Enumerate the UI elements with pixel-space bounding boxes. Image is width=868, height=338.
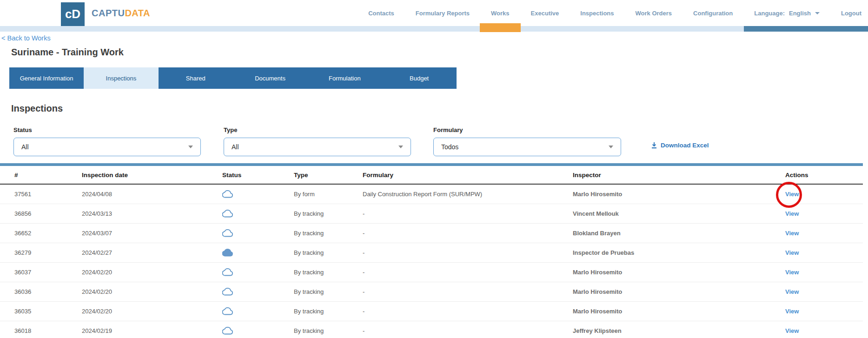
cell-formulary: - [363, 282, 573, 301]
cloud-filled-icon [222, 248, 233, 257]
cell-actions: View [785, 282, 863, 301]
cloud-outline-icon [222, 287, 233, 296]
cloud-outline-icon [222, 307, 233, 315]
inspections-table-body: 375612024/04/08By formDaily Construction… [0, 184, 863, 338]
nav-item-configuration[interactable]: Configuration [693, 10, 733, 17]
cell-inspector: Marlo Hirosemito [573, 282, 785, 301]
cell-inspector: Inspector de Pruebas [573, 243, 785, 262]
cell-inspector: Vincent Mellouk [573, 204, 785, 223]
cell-inspector: Marlo Hirosemito [573, 301, 785, 321]
cell-formulary: Daily Construction Report Form (SUR/MPW) [363, 184, 573, 204]
cell-inspection-id: 36652 [0, 223, 82, 243]
col-header-inspection-date: Inspection date [82, 166, 222, 184]
cell-status [222, 262, 294, 282]
view-link[interactable]: View [785, 210, 799, 217]
download-icon [651, 142, 657, 149]
nav-item-work-orders[interactable]: Work Orders [636, 10, 672, 17]
table-row: 368562024/03/13By tracking-Vincent Mello… [0, 204, 863, 223]
cell-inspection-id: 36018 [0, 321, 82, 338]
brand-name: CAPTUDATA [92, 8, 150, 19]
nav-item-contacts[interactable]: Contacts [368, 10, 394, 17]
table-row: 360372024/02/20By tracking-Marlo Hirosem… [0, 262, 863, 282]
cell-actions: View [785, 243, 863, 262]
nav-item-works[interactable]: Works [491, 10, 510, 17]
tab-documents[interactable]: Documents [233, 67, 307, 89]
inspections-table: #Inspection dateStatusTypeFormularyInspe… [0, 166, 863, 338]
cell-formulary: - [363, 223, 573, 243]
type-filter: Type All [224, 126, 411, 156]
table-header-row: #Inspection dateStatusTypeFormularyInspe… [0, 166, 863, 184]
table-row: 362792024/02/27By tracking-Inspector de … [0, 243, 863, 262]
tab-formulation[interactable]: Formulation [307, 67, 382, 89]
col-header-status: Status [222, 166, 294, 184]
cell-status [222, 282, 294, 301]
table-row: 360352024/02/20By tracking-Marlo Hirosem… [0, 301, 863, 321]
cell-status [222, 243, 294, 262]
formulary-filter: Formulary Todos [433, 126, 621, 156]
col-header-inspector: Inspector [573, 166, 785, 184]
chevron-down-icon [188, 146, 193, 148]
cell-inspection-id: 36279 [0, 243, 82, 262]
nav-item-inspections[interactable]: Inspections [580, 10, 614, 17]
cell-status [222, 321, 294, 338]
cell-actions: View [785, 321, 863, 338]
table-row: 375612024/04/08By formDaily Construction… [0, 184, 863, 204]
cell-inspection-date: 2024/02/27 [82, 243, 222, 262]
cell-type: By tracking [294, 204, 363, 223]
download-excel-button[interactable]: Download Excel [651, 142, 709, 149]
cell-status [222, 223, 294, 243]
cloud-outline-icon [222, 229, 233, 237]
download-excel-label: Download Excel [661, 142, 709, 149]
tabs: General InformationInspectionsSharedDocu… [9, 67, 457, 89]
type-filter-value: All [232, 143, 239, 151]
tab-inspections[interactable]: Inspections [84, 67, 158, 89]
cell-actions: View [785, 223, 863, 243]
cell-type: By tracking [294, 321, 363, 338]
cell-formulary: - [363, 321, 573, 338]
cell-formulary: - [363, 243, 573, 262]
language-value[interactable]: English [789, 10, 811, 17]
cell-actions: View [785, 301, 863, 321]
type-filter-label: Type [224, 126, 411, 133]
view-link[interactable]: View [785, 230, 799, 237]
nav-item-formulary-reports[interactable]: Formulary Reports [416, 10, 470, 17]
status-filter-select[interactable]: All [13, 138, 201, 156]
cell-inspection-date: 2024/02/20 [82, 301, 222, 321]
view-link[interactable]: View [785, 327, 799, 334]
tab-budget[interactable]: Budget [382, 67, 456, 89]
view-link[interactable]: View [785, 308, 799, 315]
view-link[interactable]: View [785, 269, 799, 276]
type-filter-select[interactable]: All [224, 138, 411, 156]
cell-inspection-id: 36037 [0, 262, 82, 282]
cell-actions: View [785, 184, 863, 204]
status-filter-value: All [21, 143, 29, 151]
nav-items: ContactsFormulary ReportsWorksExecutiveI… [368, 10, 733, 17]
view-link[interactable]: View [785, 288, 799, 295]
chevron-down-icon [609, 146, 613, 148]
language-label: Language: [754, 10, 785, 17]
col-header-type: Type [294, 166, 363, 184]
logout-link[interactable]: Logout [841, 10, 861, 17]
header-strip-dark-segment [744, 26, 868, 32]
captudata-logo-icon[interactable]: cD [61, 2, 85, 26]
brand-name-secondary: DATA [125, 8, 150, 18]
tab-shared[interactable]: Shared [159, 67, 233, 89]
nav-item-executive[interactable]: Executive [531, 10, 559, 17]
formulary-filter-select[interactable]: Todos [433, 138, 621, 156]
language-selector[interactable]: Language: English [754, 10, 820, 17]
table-row: 360362024/02/20By tracking-Marlo Hirosem… [0, 282, 863, 301]
view-link[interactable]: View [785, 249, 799, 256]
back-to-works-link[interactable]: < Back to Works [1, 34, 51, 42]
tab-general-information[interactable]: General Information [9, 67, 84, 89]
cell-formulary: - [363, 262, 573, 282]
col-header-actions: Actions [785, 166, 863, 184]
view-link[interactable]: View [785, 191, 799, 198]
cell-inspection-date: 2024/02/20 [82, 262, 222, 282]
cell-status [222, 184, 294, 204]
formulary-filter-label: Formulary [433, 126, 621, 133]
cell-type: By tracking [294, 243, 363, 262]
table-row: 360182024/02/19By tracking-Jeffrey Klips… [0, 321, 863, 338]
col-header-formulary: Formulary [363, 166, 573, 184]
cell-inspection-id: 36035 [0, 301, 82, 321]
cell-inspection-id: 37561 [0, 184, 82, 204]
